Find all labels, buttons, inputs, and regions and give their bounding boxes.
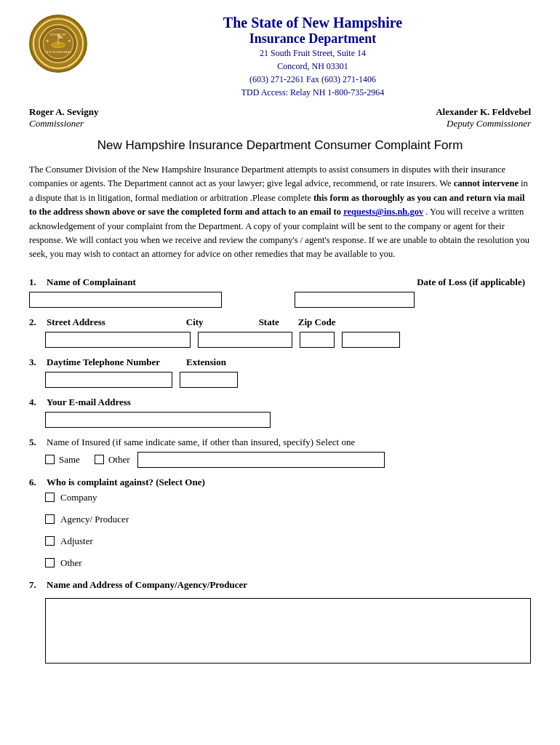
field-3-ext-label: Extension	[186, 356, 226, 368]
field-3-number: 3.	[29, 356, 42, 368]
other-option-row: Other	[45, 557, 531, 569]
address-line1: 21 South Fruit Street, Suite 14	[95, 47, 531, 60]
field-2-city-label: City	[186, 316, 204, 328]
field-2-inputs-row	[45, 332, 531, 348]
field-1-label: Name of Complainant	[47, 276, 136, 288]
header-address: 21 South Fruit Street, Suite 14 Concord,…	[95, 47, 531, 99]
header-text: The State of New Hampshire Insurance Dep…	[95, 15, 531, 99]
deputy-info: Alexander K. Feldvebel Deputy Commission…	[436, 106, 531, 130]
field-2-zip-label: Zip Code	[298, 316, 336, 328]
same-label: Same	[59, 454, 80, 466]
city-input[interactable]	[198, 332, 292, 348]
email-link[interactable]: requests@ins.nh.gov	[343, 207, 423, 217]
deputy-name: Alexander K. Feldvebel	[436, 106, 531, 118]
company-address-textarea[interactable]	[45, 598, 531, 664]
other-insured-name-input[interactable]	[137, 452, 385, 468]
other-insured-label: Other	[108, 454, 130, 466]
field-7-number: 7.	[29, 579, 42, 591]
field-3-section: 3. Daytime Telephone Number Extension	[29, 356, 531, 388]
field-2-street-label: Street Address	[47, 316, 105, 328]
field-6-number: 6.	[29, 477, 42, 488]
field-5-inputs-row: Same Other	[45, 452, 531, 468]
nh-state-seal: STATE OF NEW HAMPSHIRE ★ ★	[29, 15, 87, 73]
company-label: Company	[60, 492, 97, 503]
state-input[interactable]	[300, 332, 335, 348]
intro-before-intervene: The Consumer Division of the New Hampshi…	[29, 164, 505, 188]
field-6-label: Who is complaint against? (Select One)	[47, 477, 205, 488]
intro-text: The Consumer Division of the New Hampshi…	[29, 163, 531, 262]
cannot-intervene-text: cannot intervene	[454, 178, 519, 188]
field-2-section: 2. Street Address City State Zip Code	[29, 316, 531, 348]
phone-input[interactable]	[45, 372, 172, 388]
street-address-input[interactable]	[45, 332, 191, 348]
field-3-phone-label: Daytime Telephone Number	[47, 356, 160, 368]
field-date-loss-label: Date of Loss (if applicable)	[417, 276, 525, 288]
company-checkbox[interactable]	[45, 493, 55, 502]
field-1-inputs-row	[29, 292, 531, 308]
field-3-label-row: 3. Daytime Telephone Number Extension	[29, 356, 531, 368]
company-option-row: Company	[45, 492, 531, 503]
field-5-label-row: 5. Name of Insured (if same indicate sam…	[29, 437, 531, 448]
complaint-options: Company Agency/ Producer Adjuster Other	[45, 492, 531, 569]
field-2-label-row: 2. Street Address City State Zip Code	[29, 316, 531, 328]
complainant-name-input[interactable]	[29, 292, 222, 308]
tdd-line: TDD Access: Relay NH 1-800-735-2964	[95, 86, 531, 99]
field-3-inputs-row	[45, 372, 531, 388]
field-1-section: 1. Name of Complainant Date of Loss (if …	[29, 276, 531, 308]
agency-option-row: Agency/ Producer	[45, 514, 531, 525]
field-1-label-row: 1. Name of Complainant Date of Loss (if …	[29, 276, 531, 288]
field-5-number: 5.	[29, 437, 42, 448]
field-7-textarea-container	[45, 594, 531, 666]
date-loss-group	[295, 292, 415, 308]
zip-input[interactable]	[342, 332, 400, 348]
phone-line: (603) 271-2261 Fax (603) 271-1406	[95, 73, 531, 86]
extension-input[interactable]	[180, 372, 238, 388]
other-complaint-label: Other	[60, 557, 82, 569]
svg-text:NEW HAMPSHIRE: NEW HAMPSHIRE	[45, 50, 72, 54]
field-6-label-row: 6. Who is complaint against? (Select One…	[29, 477, 531, 488]
header: STATE OF NEW HAMPSHIRE ★ ★ The State of …	[29, 15, 531, 99]
field-7-label-row: 7. Name and Address of Company/Agency/Pr…	[29, 579, 531, 591]
field-4-inputs-row	[45, 412, 531, 428]
adjuster-label: Adjuster	[60, 535, 93, 547]
field-4-section: 4. Your E-mail Address	[29, 397, 531, 428]
field-4-label-row: 4. Your E-mail Address	[29, 397, 531, 408]
adjuster-checkbox[interactable]	[45, 536, 55, 546]
adjuster-option-row: Adjuster	[45, 535, 531, 547]
address-line2: Concord, NH 03301	[95, 60, 531, 73]
deputy-title: Deputy Commissioner	[436, 118, 531, 130]
field-2-state-label: State	[259, 316, 279, 328]
field-7-section: 7. Name and Address of Company/Agency/Pr…	[29, 579, 531, 666]
field-2-number: 2.	[29, 316, 42, 328]
title-line2: Insurance Department	[95, 31, 531, 47]
officials-row: Roger A. Sevigny Commissioner Alexander …	[29, 106, 531, 130]
field-4-email-label: Your E-mail Address	[47, 397, 131, 408]
same-checkbox[interactable]	[45, 455, 55, 464]
title-line1: The State of New Hampshire	[95, 15, 531, 31]
other-insured-checkbox[interactable]	[95, 455, 104, 464]
commissioner-title: Commissioner	[29, 118, 98, 130]
email-input[interactable]	[45, 412, 271, 428]
form-title: New Hampshire Insurance Department Consu…	[29, 138, 531, 153]
field-7-label: Name and Address of Company/Agency/Produ…	[47, 579, 247, 591]
date-of-loss-input[interactable]	[295, 292, 415, 308]
logo-container: STATE OF NEW HAMPSHIRE ★ ★	[29, 15, 95, 73]
agency-label: Agency/ Producer	[60, 514, 129, 525]
field-5-section: 5. Name of Insured (if same indicate sam…	[29, 437, 531, 468]
agency-checkbox[interactable]	[45, 514, 55, 524]
complainant-name-group	[29, 292, 222, 308]
field-5-label: Name of Insured (if same indicate same, …	[47, 437, 355, 448]
commissioner-name: Roger A. Sevigny	[29, 106, 98, 118]
field-4-number: 4.	[29, 397, 42, 408]
field-1-number: 1.	[29, 276, 42, 288]
other-complaint-checkbox[interactable]	[45, 558, 55, 567]
commissioner-info: Roger A. Sevigny Commissioner	[29, 106, 98, 130]
field-6-section: 6. Who is complaint against? (Select One…	[29, 477, 531, 569]
seal-inner: STATE OF NEW HAMPSHIRE ★ ★	[33, 18, 84, 69]
